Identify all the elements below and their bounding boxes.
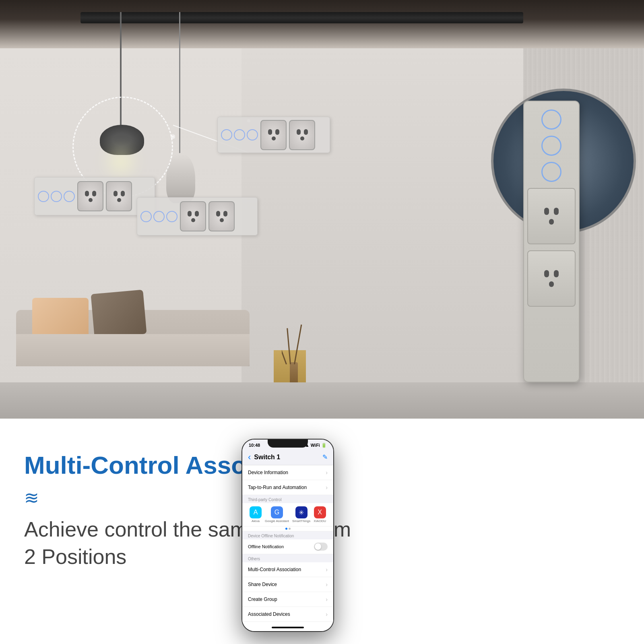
branch-2 bbox=[294, 324, 302, 364]
socket-plug-left-1 bbox=[77, 181, 103, 211]
third-party-control-row: A Alexa G Google Assistant ✳ SmartThings… bbox=[242, 503, 333, 526]
pendant-cord-2 bbox=[179, 12, 180, 161]
sofa bbox=[0, 286, 282, 390]
touch-button-5[interactable] bbox=[51, 191, 62, 202]
touch-button-9[interactable] bbox=[166, 211, 178, 222]
menu-item-associated-devices[interactable]: Associated Devices › bbox=[242, 607, 333, 622]
alexa-label: Alexa bbox=[252, 519, 260, 523]
smart-socket-1 bbox=[527, 188, 576, 244]
chevron-icon: › bbox=[326, 484, 328, 491]
chevron-icon: › bbox=[326, 581, 328, 588]
alexa-icon: A bbox=[250, 506, 262, 518]
smart-socket-2 bbox=[527, 250, 576, 307]
track-lighting-bar bbox=[80, 12, 523, 23]
touch-button-3[interactable] bbox=[247, 129, 258, 140]
chevron-icon: › bbox=[326, 611, 328, 617]
phone-content: Device Information › Tap-to-Run and Auto… bbox=[242, 465, 333, 624]
touch-zone-mid bbox=[140, 211, 178, 222]
socket-hole-center bbox=[549, 281, 554, 287]
plant bbox=[282, 306, 306, 386]
third-party-smartthings[interactable]: ✳ SmartThings bbox=[292, 506, 310, 523]
phone-bottom-bar bbox=[242, 624, 333, 631]
socket-plug-mid-2 bbox=[208, 201, 235, 231]
socket-plug-mid-1 bbox=[180, 201, 206, 231]
phone-time: 10:48 bbox=[249, 443, 260, 448]
touch-button-2[interactable] bbox=[234, 129, 245, 140]
third-party-xiaodu[interactable]: X XIAODU bbox=[314, 506, 326, 523]
smart-touch-2[interactable] bbox=[541, 136, 561, 156]
menu-item-label: Associated Devices bbox=[248, 611, 290, 617]
phone-mockup: 10:48 ▲▲▲ WiFi 🔋 ‹ Switch 1 ✎ Device Inf… bbox=[242, 439, 334, 632]
menu-item-create-group[interactable]: Create Group › bbox=[242, 592, 333, 607]
branch-1 bbox=[282, 334, 287, 364]
touch-zone-left bbox=[38, 191, 75, 202]
touch-button-8[interactable] bbox=[153, 211, 165, 222]
socket-ground bbox=[191, 218, 195, 222]
menu-item-label: Device Information bbox=[248, 470, 288, 475]
socket-hole bbox=[195, 211, 199, 217]
room-background bbox=[0, 0, 644, 423]
google-label: Google Assistant bbox=[265, 519, 289, 523]
smart-touch-1[interactable] bbox=[541, 109, 561, 130]
third-party-alexa[interactable]: A Alexa bbox=[250, 506, 262, 523]
chevron-icon: › bbox=[326, 596, 328, 603]
socket-hole bbox=[268, 129, 272, 135]
smart-device-panel bbox=[523, 101, 580, 382]
toggle-switch[interactable] bbox=[314, 543, 328, 551]
socket-hole-sm bbox=[554, 208, 559, 215]
menu-item-label: Tap-to-Run and Automation bbox=[248, 485, 307, 490]
dot-1 bbox=[285, 528, 287, 530]
phone-notch bbox=[268, 440, 308, 448]
socket-plug-top-2 bbox=[289, 120, 315, 150]
annotation-dot bbox=[172, 136, 173, 137]
socket-hole-sm bbox=[544, 208, 549, 215]
sofa-cushion-orange bbox=[32, 298, 89, 338]
section-header-others: Others bbox=[242, 554, 333, 562]
dot-2 bbox=[289, 528, 291, 530]
menu-item-device-info[interactable]: Device Information › bbox=[242, 465, 333, 480]
socket-ground bbox=[272, 136, 276, 140]
floor bbox=[0, 382, 644, 423]
xiaodu-icon: X bbox=[314, 506, 326, 518]
socket-hole bbox=[92, 191, 96, 196]
toggle-offline-notification: Offline Notification bbox=[242, 539, 333, 554]
phone-nav-bar: ‹ Switch 1 ✎ bbox=[242, 449, 333, 465]
socket-hole bbox=[275, 129, 279, 135]
smartthings-icon: ✳ bbox=[295, 506, 308, 518]
socket-hole bbox=[188, 211, 192, 217]
socket-hole-sm bbox=[544, 270, 549, 277]
touch-zone-top bbox=[221, 129, 258, 140]
home-indicator bbox=[272, 627, 304, 628]
touch-button-6[interactable] bbox=[64, 191, 75, 202]
socket-hole bbox=[297, 129, 301, 135]
smart-touch-3[interactable] bbox=[541, 162, 561, 182]
menu-item-label: Create Group bbox=[248, 597, 277, 602]
chevron-icon: › bbox=[326, 566, 328, 573]
third-party-google[interactable]: G Google Assistant bbox=[265, 506, 289, 523]
socket-hole bbox=[216, 211, 220, 217]
touch-button-1[interactable] bbox=[221, 129, 232, 140]
branch-3 bbox=[287, 328, 291, 364]
touch-button-7[interactable] bbox=[140, 211, 152, 222]
menu-item-tap-to-run[interactable]: Tap-to-Run and Automation › bbox=[242, 480, 333, 495]
chevron-icon: › bbox=[326, 469, 328, 476]
socket-hole bbox=[223, 211, 227, 217]
socket-ground bbox=[300, 136, 304, 140]
menu-item-multi-control[interactable]: Multi-Control Association › bbox=[242, 562, 333, 577]
sofa-cushion-dark bbox=[91, 290, 147, 339]
menu-item-share-device[interactable]: Share Device › bbox=[242, 577, 333, 592]
section-header-notification: Device Offline Notification bbox=[242, 531, 333, 539]
phone-back-button[interactable]: ‹ bbox=[248, 452, 251, 462]
menu-item-label: Share Device bbox=[248, 582, 277, 587]
socket-ground bbox=[89, 198, 93, 202]
socket-ground bbox=[220, 218, 224, 222]
touch-button-4[interactable] bbox=[38, 191, 49, 202]
socket-ground bbox=[117, 198, 121, 202]
socket-hole bbox=[304, 129, 308, 135]
socket-hole bbox=[114, 191, 118, 196]
ceiling bbox=[0, 0, 644, 48]
socket-plug-left-2 bbox=[106, 181, 132, 211]
phone-edit-button[interactable]: ✎ bbox=[322, 453, 328, 461]
socket-hole bbox=[85, 191, 89, 196]
socket-plug-top-1 bbox=[260, 120, 287, 150]
